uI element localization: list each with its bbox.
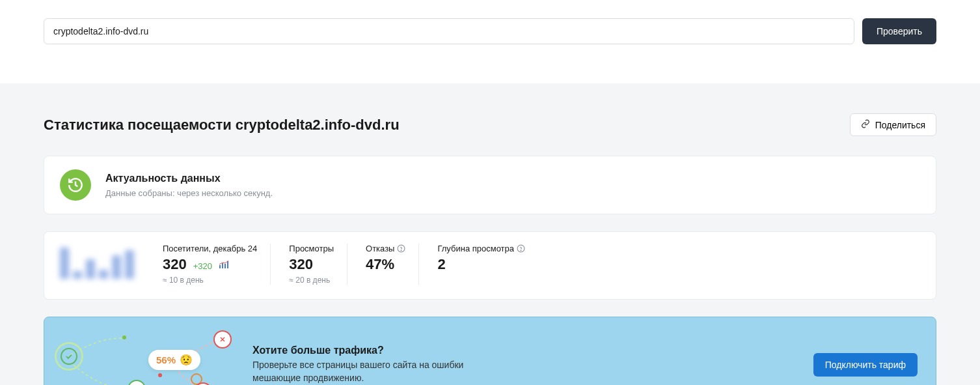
stat-depth-value: 2 (437, 256, 445, 273)
stat-visitors-label: Посетители, декабрь 24 (163, 244, 257, 253)
svg-rect-3 (227, 261, 228, 268)
freshness-subtitle: Данные собраны: через несколько секунд. (105, 188, 273, 198)
promo-illustration: 56% 😟 (44, 329, 252, 385)
promo-banner: 56% 😟 Хотите больше трафика? Проверьте в… (44, 317, 936, 385)
check-button[interactable]: Проверить (862, 18, 936, 44)
share-button[interactable]: Поделиться (850, 113, 936, 136)
svg-point-7 (521, 250, 521, 251)
check-icon (128, 380, 146, 385)
svg-rect-2 (225, 264, 226, 268)
svg-rect-0 (219, 265, 221, 268)
promo-desc-line1: Проверьте все страницы вашего сайта на о… (252, 360, 463, 370)
search-row: Проверить (44, 0, 936, 44)
share-label: Поделиться (875, 120, 925, 130)
stat-bounces-label: Отказы (366, 244, 394, 253)
stat-visitors-delta: +320 (193, 261, 212, 271)
stat-visitors: Посетители, декабрь 24 320 +320 ≈ 10 в д… (150, 244, 271, 285)
svg-point-5 (402, 250, 402, 251)
heading-row: Статистика посещаемости cryptodelta2.inf… (44, 113, 936, 136)
help-icon[interactable] (397, 244, 405, 253)
help-icon[interactable] (517, 244, 525, 253)
check-ring-icon (55, 342, 83, 371)
dot-icon (122, 335, 126, 339)
sad-emoji-icon: 😟 (180, 354, 193, 366)
history-icon (60, 169, 91, 201)
page-title: Статистика посещаемости cryptodelta2.inf… (44, 117, 400, 134)
promo-desc-line2: мешающие продвижению. (252, 373, 364, 383)
domain-input[interactable] (44, 18, 854, 44)
svg-rect-1 (222, 263, 223, 268)
stat-bounces: Отказы 47% (353, 244, 419, 285)
freshness-title: Актуальность данных (105, 173, 273, 184)
stat-depth: Глубина просмотра 2 (424, 244, 538, 285)
trend-icon (219, 260, 230, 269)
link-icon (861, 119, 870, 130)
freshness-card: Актуальность данных Данные собраны: чере… (44, 156, 936, 214)
stat-visitors-foot: ≈ 10 в день (163, 276, 257, 285)
connect-plan-button[interactable]: Подключить тариф (813, 353, 918, 377)
promo-pill: 56% 😟 (148, 350, 200, 370)
stat-views-value: 320 (289, 256, 313, 273)
sparkline-chart (60, 244, 138, 279)
promo-pill-pct: 56% (156, 354, 176, 365)
stat-depth-label: Глубина просмотра (437, 244, 514, 253)
stat-views-label: Просмотры (289, 244, 334, 253)
stat-bounces-value: 47% (366, 256, 394, 273)
stat-visitors-value: 320 (163, 256, 187, 273)
x-icon (213, 330, 232, 349)
stats-card: Посетители, декабрь 24 320 +320 ≈ 10 в д… (44, 231, 936, 300)
promo-title: Хотите больше трафика? (252, 345, 813, 356)
dot-icon (158, 373, 162, 377)
stat-views-foot: ≈ 20 в день (289, 276, 334, 285)
stat-views: Просмотры 320 ≈ 20 в день (276, 244, 347, 285)
